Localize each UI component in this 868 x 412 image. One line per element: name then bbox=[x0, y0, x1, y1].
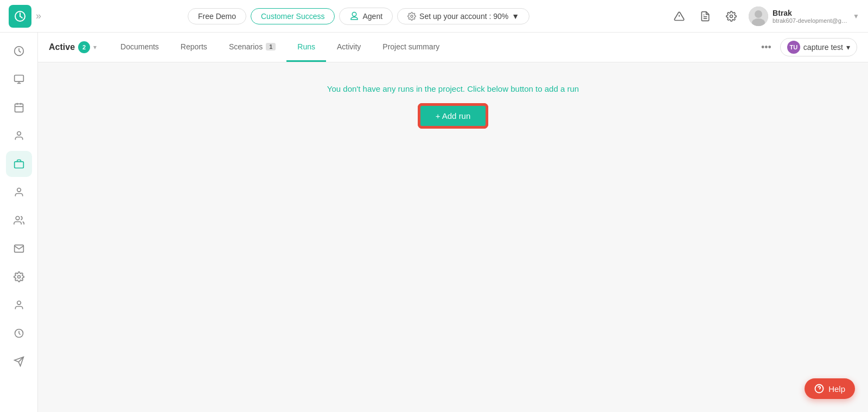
workspace-button[interactable]: TU capture test ▾ bbox=[780, 38, 857, 56]
workspace-label: capture test bbox=[803, 43, 843, 52]
sidebar-item-profile[interactable] bbox=[6, 292, 32, 318]
svg-line-14 bbox=[19, 51, 21, 53]
free-demo-button[interactable]: Free Demo bbox=[188, 8, 246, 24]
logo-area: » bbox=[9, 5, 47, 28]
sidebar-item-projects[interactable] bbox=[6, 151, 32, 177]
header-right: Btrak btrak607-development@gm... ▼ bbox=[671, 7, 859, 26]
main-header: » Free Demo Customer Success Agent Set u… bbox=[0, 0, 868, 33]
tab-project-summary-label: Project summary bbox=[382, 42, 439, 51]
tab-runs-label: Runs bbox=[297, 42, 315, 51]
document-icon[interactable] bbox=[697, 8, 714, 25]
svg-rect-23 bbox=[14, 162, 23, 168]
sidebar-item-reminders[interactable] bbox=[6, 320, 32, 346]
workspace-caret: ▾ bbox=[846, 43, 850, 52]
project-tabs: Documents Reports Scenarios 1 Runs Activ… bbox=[110, 33, 757, 62]
header-nav: Free Demo Customer Success Agent Set up … bbox=[47, 8, 671, 25]
svg-point-27 bbox=[17, 301, 21, 305]
svg-line-30 bbox=[19, 333, 21, 335]
active-dropdown-caret: ▾ bbox=[93, 43, 97, 51]
sidebar-item-contacts[interactable] bbox=[6, 123, 32, 149]
main-content: Active 2 ▾ Documents Reports Scenarios 1… bbox=[38, 33, 868, 412]
tab-activity[interactable]: Activity bbox=[326, 33, 372, 62]
tab-activity-label: Activity bbox=[337, 42, 361, 51]
active-label: Active bbox=[49, 42, 75, 52]
settings-icon[interactable] bbox=[723, 8, 740, 25]
tab-documents[interactable]: Documents bbox=[110, 33, 170, 62]
sidebar-expand-icon[interactable]: » bbox=[36, 10, 41, 22]
setup-caret: ▼ bbox=[512, 12, 519, 21]
alerts-icon[interactable] bbox=[671, 8, 688, 25]
customer-success-button[interactable]: Customer Success bbox=[251, 8, 335, 24]
tab-project-summary[interactable]: Project summary bbox=[372, 33, 450, 62]
sidebar-item-groups[interactable] bbox=[6, 207, 32, 233]
sidebar-item-messages[interactable] bbox=[6, 236, 32, 262]
more-options-button[interactable]: ••• bbox=[757, 40, 776, 55]
tab-scenarios-label: Scenarios bbox=[229, 42, 263, 51]
svg-point-25 bbox=[16, 217, 20, 220]
sidebar-item-dashboard[interactable] bbox=[6, 38, 32, 64]
user-dropdown-caret: ▼ bbox=[853, 12, 859, 20]
svg-rect-18 bbox=[15, 104, 23, 112]
sidebar-item-calendar[interactable] bbox=[6, 94, 32, 121]
sub-header: Active 2 ▾ Documents Reports Scenarios 1… bbox=[38, 33, 868, 62]
avatar bbox=[749, 7, 768, 26]
add-run-button[interactable]: + Add run bbox=[419, 104, 488, 128]
user-menu[interactable]: Btrak btrak607-development@gm... ▼ bbox=[749, 7, 859, 26]
user-name: Btrak bbox=[773, 9, 848, 17]
tab-scenarios-badge: 1 bbox=[266, 43, 276, 50]
svg-point-22 bbox=[17, 132, 21, 136]
sidebar-item-monitor[interactable] bbox=[6, 66, 32, 92]
user-info: Btrak btrak607-development@gm... bbox=[773, 9, 848, 24]
tabs-right: ••• TU capture test ▾ bbox=[757, 38, 857, 56]
app-logo[interactable] bbox=[9, 5, 31, 28]
agent-label: Agent bbox=[362, 12, 382, 21]
agent-button[interactable]: Agent bbox=[339, 8, 393, 25]
svg-point-8 bbox=[730, 15, 733, 17]
sidebar-item-team[interactable] bbox=[6, 179, 32, 205]
help-button[interactable]: Help bbox=[805, 378, 855, 399]
sidebar-item-settings[interactable] bbox=[6, 264, 32, 290]
active-dropdown[interactable]: Active 2 ▾ bbox=[49, 41, 97, 53]
svg-point-3 bbox=[411, 15, 413, 17]
content-area: You don't have any runs in the project. … bbox=[38, 62, 868, 412]
empty-state: You don't have any runs in the project. … bbox=[327, 84, 579, 128]
tab-reports[interactable]: Reports bbox=[170, 33, 218, 62]
tab-reports-label: Reports bbox=[181, 42, 207, 51]
user-email: btrak607-development@gm... bbox=[773, 17, 848, 24]
sidebar-item-send[interactable] bbox=[6, 348, 32, 375]
tab-documents-label: Documents bbox=[120, 42, 159, 51]
active-count-badge: 2 bbox=[78, 41, 90, 53]
empty-message: You don't have any runs in the project. … bbox=[327, 84, 579, 93]
svg-point-26 bbox=[17, 276, 20, 278]
svg-point-24 bbox=[17, 188, 21, 192]
help-label: Help bbox=[828, 384, 845, 394]
tab-scenarios[interactable]: Scenarios 1 bbox=[218, 33, 286, 62]
tab-runs[interactable]: Runs bbox=[286, 33, 326, 62]
svg-point-10 bbox=[755, 10, 762, 18]
workspace-avatar: TU bbox=[787, 41, 800, 54]
svg-line-2 bbox=[20, 16, 22, 18]
svg-rect-15 bbox=[14, 75, 23, 82]
sidebar bbox=[0, 33, 38, 412]
setup-label: Set up your account : 90% bbox=[419, 12, 508, 21]
setup-account-button[interactable]: Set up your account : 90% ▼ bbox=[397, 8, 529, 24]
